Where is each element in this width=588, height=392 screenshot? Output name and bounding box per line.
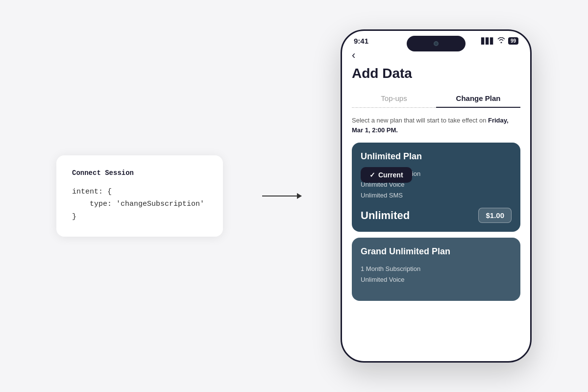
scene: Connect Session intent: { type: 'changeS… xyxy=(0,0,588,392)
plan-card-grand[interactable]: Grand Unlimited Plan 1 Month Subscriptio… xyxy=(352,238,520,301)
status-icons: ▋▋▋ 99 xyxy=(481,37,518,45)
plan-features-grand: 1 Month Subscription Unlimited Voice xyxy=(361,264,512,285)
plan-footer-unlimited: Unlimited $1.00 xyxy=(361,208,512,223)
current-badge: Current xyxy=(361,167,412,183)
plan-feature-3: Unlimited SMS xyxy=(361,190,512,201)
code-line-2: type: 'changeSubscription' xyxy=(72,198,207,211)
plan-name-unlimited: Unlimited Plan xyxy=(361,151,512,162)
plan-price-unlimited: $1.00 xyxy=(478,208,512,223)
back-button[interactable]: ‹ xyxy=(352,49,355,62)
tab-changeplan[interactable]: Change Plan xyxy=(436,89,520,107)
code-line-1: intent: { xyxy=(72,186,207,198)
plan-feature-g2: Unlimited Voice xyxy=(361,274,512,285)
phone-frame: 9:41 ▋▋▋ 99 ‹ Add Data xyxy=(341,29,532,363)
code-block: intent: { type: 'changeSubscription' } xyxy=(72,186,207,223)
wifi-icon xyxy=(497,37,505,45)
code-card: Connect Session intent: { type: 'changeS… xyxy=(56,155,223,237)
plan-feature-g1: 1 Month Subscription xyxy=(361,264,512,274)
signal-icon: ▋▋▋ xyxy=(481,38,494,45)
screen-title: Add Data xyxy=(352,66,520,81)
code-line-3: } xyxy=(72,211,207,223)
tab-topups[interactable]: Top-ups xyxy=(352,89,436,107)
camera-dot xyxy=(434,41,439,46)
plan-name-grand: Grand Unlimited Plan xyxy=(361,246,512,257)
plan-card-unlimited[interactable]: Unlimited Plan Current 1 Month Subscript… xyxy=(352,143,520,232)
tabs: Top-ups Change Plan xyxy=(352,89,520,108)
arrow-container xyxy=(262,196,301,196)
plan-data-label: Unlimited xyxy=(361,209,410,222)
dynamic-island xyxy=(407,36,466,51)
flow-arrow xyxy=(262,196,301,196)
plan-description: Select a new plan that will start to tak… xyxy=(352,116,520,135)
battery-badge: 99 xyxy=(508,37,518,45)
code-card-title: Connect Session xyxy=(72,169,207,177)
phone-content[interactable]: ‹ Add Data Top-ups Change Plan Select a … xyxy=(342,49,530,352)
status-time: 9:41 xyxy=(354,37,368,45)
